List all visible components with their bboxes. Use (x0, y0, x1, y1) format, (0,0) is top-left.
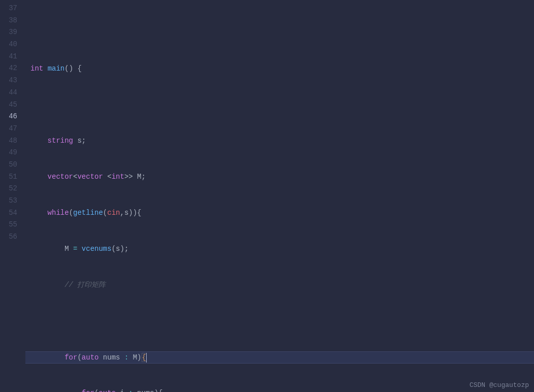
line-number: 46 (0, 111, 17, 123)
watermark: CSDN @cugautozp (470, 381, 529, 389)
line-number: 54 (0, 207, 17, 219)
line-number: 43 (0, 75, 17, 87)
line-number: 38 (0, 15, 17, 27)
code-area[interactable]: int main() { string s; vector<vector <in… (30, 0, 534, 392)
line-number: 48 (0, 135, 17, 147)
line-number-gutter: 37 38 39 40 41 42 43 44 45 46 47 48 49 5… (0, 0, 30, 392)
line-number: 52 (0, 183, 17, 195)
line-number: 51 (0, 171, 17, 183)
code-editor: 37 38 39 40 41 42 43 44 45 46 47 48 49 5… (0, 0, 534, 392)
line-number: 47 (0, 123, 17, 135)
line-number: 44 (0, 87, 17, 99)
line-number: 40 (0, 39, 17, 51)
line-number: 56 (0, 231, 17, 243)
line-number: 41 (0, 51, 17, 63)
line-number: 37 (0, 3, 17, 15)
line-number: 50 (0, 159, 17, 171)
line-number: 55 (0, 219, 17, 231)
line-number: 49 (0, 147, 17, 159)
line-number: 45 (0, 99, 17, 111)
line-number: 39 (0, 26, 17, 39)
line-number: 53 (0, 195, 17, 207)
line-number: 42 (0, 62, 17, 75)
text-cursor (146, 353, 147, 363)
